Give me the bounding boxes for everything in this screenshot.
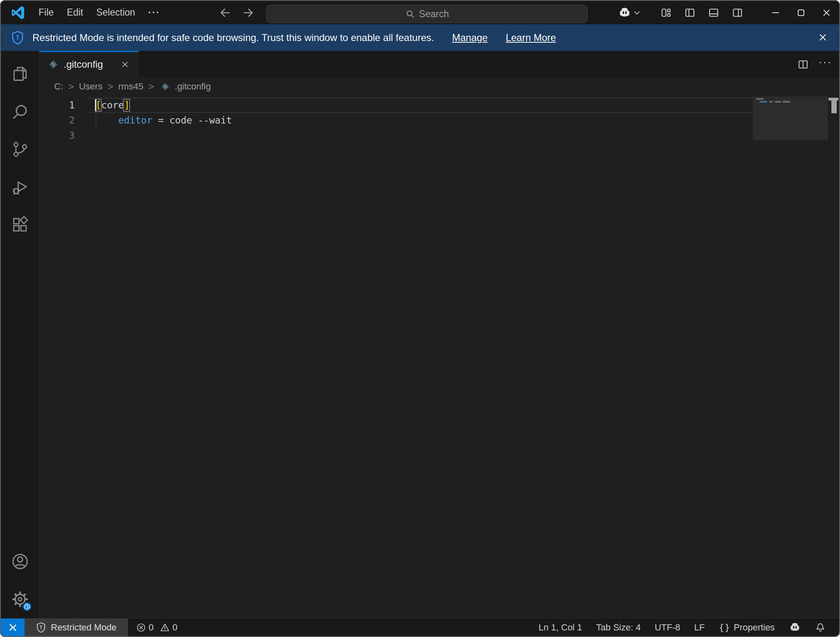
command-center-search[interactable]: Search xyxy=(266,5,588,23)
overview-ruler xyxy=(828,96,839,618)
minimap[interactable] xyxy=(753,96,828,618)
explorer-files-icon xyxy=(11,65,29,83)
minimize-button[interactable] xyxy=(763,1,788,24)
menu-more[interactable]: ··· xyxy=(142,5,167,21)
code-lines: 1[core]2 editor = code --wait3 xyxy=(39,98,839,143)
activity-run-debug[interactable] xyxy=(1,168,39,206)
copilot-status[interactable] xyxy=(782,622,808,633)
indentation-status[interactable]: Tab Size: 4 xyxy=(589,622,648,633)
banner-close-button[interactable] xyxy=(815,29,831,46)
go-back-button[interactable] xyxy=(218,6,232,20)
layout-controls xyxy=(657,4,746,22)
encoding-label: UTF-8 xyxy=(655,622,680,633)
matched-bracket: ] xyxy=(124,98,130,113)
history-nav xyxy=(218,1,255,24)
remote-indicator[interactable] xyxy=(1,619,25,636)
menu-edit[interactable]: Edit xyxy=(60,5,90,21)
breadcrumb: C: > Users > rms45 > .gitconfig xyxy=(39,78,839,96)
menu-file[interactable]: File xyxy=(32,5,60,21)
activity-explorer[interactable] xyxy=(1,55,39,93)
language-label: Properties xyxy=(734,622,775,633)
tab-label: .gitconfig xyxy=(64,59,103,70)
settings-sync-clock-badge xyxy=(22,602,32,612)
warning-count: 0 xyxy=(172,622,177,633)
minimap-line2-keyword-mark xyxy=(760,101,767,103)
copilot-icon xyxy=(618,7,632,19)
toggle-secondary-sidebar-button[interactable] xyxy=(728,4,746,22)
git-file-icon xyxy=(48,60,58,69)
activity-extensions[interactable] xyxy=(1,206,39,244)
shield-icon xyxy=(11,30,24,45)
activity-settings[interactable] xyxy=(1,580,39,618)
close-icon xyxy=(817,32,828,43)
toggle-panel-button[interactable] xyxy=(705,4,723,22)
search-icon xyxy=(405,9,415,19)
breadcrumb-users[interactable]: Users xyxy=(78,80,103,93)
language-mode-status[interactable]: {} Properties xyxy=(712,622,782,633)
minimap-line2-mark xyxy=(783,101,790,103)
breadcrumb-drive[interactable]: C: xyxy=(53,80,64,93)
customize-layout-button[interactable] xyxy=(657,4,675,22)
activity-search[interactable] xyxy=(1,93,39,131)
eol-label: LF xyxy=(694,622,705,633)
chevron-right-icon: > xyxy=(68,81,74,92)
cursor-position-label: Ln 1, Col 1 xyxy=(539,622,582,633)
line-number: 3 xyxy=(39,128,87,143)
tab-gitconfig[interactable]: .gitconfig xyxy=(39,51,139,78)
copilot-icon xyxy=(789,622,801,633)
editor-actions: ··· xyxy=(795,51,833,78)
indentation-label: Tab Size: 4 xyxy=(596,622,641,633)
activity-bar xyxy=(1,51,39,618)
matched-bracket: [ xyxy=(96,98,101,113)
more-actions-button[interactable]: ··· xyxy=(817,56,833,73)
line-content: [core] xyxy=(87,98,130,113)
search-placeholder-text: Search xyxy=(419,9,449,20)
restricted-mode-status[interactable]: Restricted Mode xyxy=(25,619,128,636)
scrollbar-slider[interactable] xyxy=(831,101,837,113)
cursor-position-status[interactable]: Ln 1, Col 1 xyxy=(532,622,589,633)
restricted-mode-label: Restricted Mode xyxy=(51,622,116,633)
arrow-left-icon xyxy=(219,7,231,19)
split-editor-button[interactable] xyxy=(795,56,811,73)
code-token: = code --wait xyxy=(152,113,232,128)
breadcrumb-file[interactable]: .gitconfig xyxy=(174,80,212,93)
eol-status[interactable]: LF xyxy=(687,622,712,633)
minimap-line2-mark xyxy=(769,101,773,103)
source-control-icon xyxy=(11,140,29,158)
minimap-slider[interactable] xyxy=(753,96,828,140)
text-cursor xyxy=(95,99,96,111)
close-window-button[interactable] xyxy=(814,1,839,24)
code-line-3[interactable]: 3 xyxy=(39,128,839,143)
error-count: 0 xyxy=(148,622,153,633)
notifications-status[interactable] xyxy=(808,622,833,633)
vscode-logo-icon xyxy=(11,6,25,19)
copilot-menu-button[interactable] xyxy=(618,7,641,19)
problems-status[interactable]: 0 0 xyxy=(128,619,187,636)
encoding-status[interactable]: UTF-8 xyxy=(648,622,687,633)
activity-source-control[interactable] xyxy=(1,131,39,168)
search-icon xyxy=(11,103,29,121)
menu-selection[interactable]: Selection xyxy=(90,5,142,21)
tab-close-button[interactable] xyxy=(119,58,132,71)
code-editor[interactable]: 1[core]2 editor = code --wait3 xyxy=(39,96,839,618)
chevron-right-icon: > xyxy=(148,81,154,92)
code-line-2[interactable]: 2 editor = code --wait xyxy=(39,113,839,128)
status-bar: Restricted Mode 0 0 Ln 1, Col 1 Tab Size… xyxy=(1,618,839,636)
code-line-1[interactable]: 1[core] xyxy=(39,98,839,113)
extensions-icon xyxy=(11,216,29,234)
warning-icon xyxy=(160,623,170,632)
customize-layout-icon xyxy=(660,7,672,18)
restricted-mode-banner: Restricted Mode is intended for safe cod… xyxy=(1,24,839,51)
overview-cursor-mark xyxy=(829,98,838,101)
activity-accounts[interactable] xyxy=(1,543,39,580)
toggle-primary-sidebar-button[interactable] xyxy=(681,4,699,22)
panel-bottom-icon xyxy=(708,7,719,18)
chevron-down-icon xyxy=(633,9,641,16)
breadcrumb-user[interactable]: rms45 xyxy=(117,80,144,93)
manage-link[interactable]: Manage xyxy=(452,32,488,44)
learn-more-link[interactable]: Learn More xyxy=(506,32,556,44)
banner-message: Restricted Mode is intended for safe cod… xyxy=(32,32,434,44)
maximize-button[interactable] xyxy=(788,1,814,24)
close-icon xyxy=(821,7,832,18)
go-forward-button[interactable] xyxy=(241,6,255,20)
